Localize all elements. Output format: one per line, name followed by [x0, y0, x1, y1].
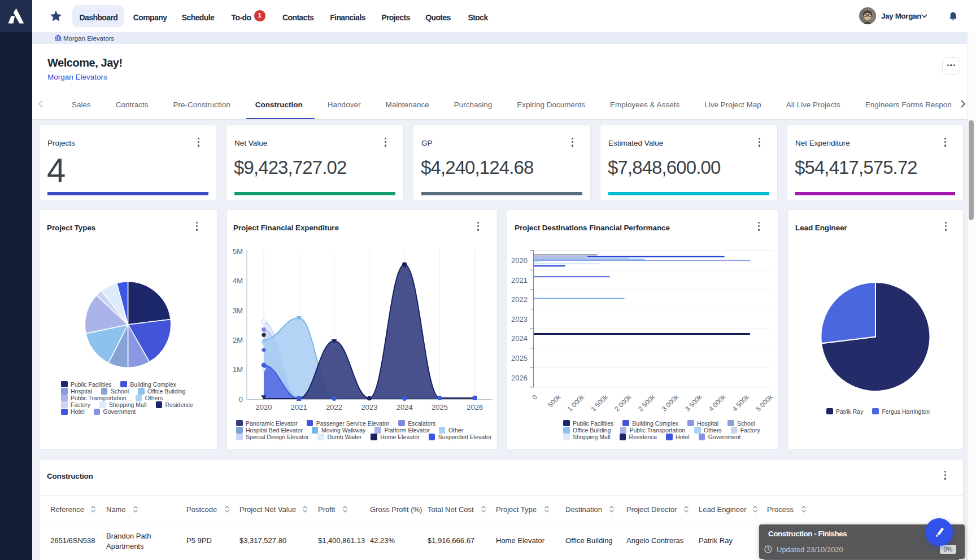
- svg-text:2025: 2025: [432, 403, 448, 412]
- svg-text:2025: 2025: [511, 354, 528, 362]
- svg-text:1M: 1M: [233, 365, 243, 374]
- svg-text:5M: 5M: [233, 247, 243, 256]
- svg-text:2026: 2026: [467, 403, 483, 412]
- svg-text:2022: 2022: [326, 403, 342, 412]
- svg-text:4 500k: 4 500k: [731, 393, 751, 413]
- svg-text:0: 0: [239, 395, 243, 404]
- svg-text:3 500k: 3 500k: [683, 393, 704, 413]
- svg-text:4M: 4M: [233, 277, 243, 285]
- svg-text:3M: 3M: [233, 307, 243, 315]
- svg-text:2021: 2021: [291, 403, 307, 412]
- svg-text:2020: 2020: [256, 403, 272, 412]
- svg-text:2024: 2024: [511, 334, 528, 343]
- svg-text:2 500k: 2 500k: [637, 393, 657, 413]
- svg-text:1 000k: 1 000k: [566, 393, 586, 413]
- svg-text:1 500k: 1 500k: [590, 393, 610, 413]
- svg-text:2020: 2020: [511, 256, 528, 265]
- svg-text:5 000k: 5 000k: [754, 393, 774, 413]
- svg-text:0: 0: [530, 393, 539, 401]
- svg-text:2 000k: 2 000k: [613, 393, 633, 413]
- svg-text:2024: 2024: [396, 403, 413, 412]
- svg-text:500k: 500k: [546, 393, 563, 409]
- svg-text:3 000k: 3 000k: [660, 393, 681, 413]
- svg-text:4 000k: 4 000k: [707, 393, 727, 413]
- svg-text:2022: 2022: [511, 295, 528, 304]
- svg-text:2026: 2026: [511, 374, 528, 382]
- svg-text:2021: 2021: [511, 276, 528, 285]
- svg-text:2M: 2M: [233, 336, 243, 344]
- svg-text:2023: 2023: [511, 315, 528, 323]
- svg-text:2023: 2023: [361, 403, 377, 412]
